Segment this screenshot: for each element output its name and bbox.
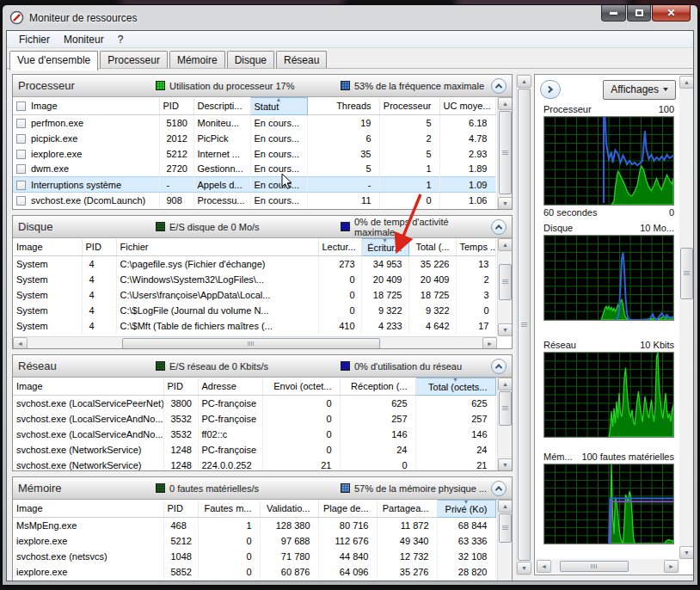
column-header[interactable]: Adresse (198, 378, 262, 396)
cell[interactable]: - (307, 177, 379, 193)
cell[interactable]: 625 (340, 396, 415, 411)
scroll-down-icon[interactable]: ▼ (517, 562, 531, 575)
cell[interactable]: 2 (456, 272, 495, 287)
column-header[interactable]: Privé (Ko)▼ (437, 501, 495, 518)
cell[interactable]: svchost.exe (LocalServiceAndNo... (13, 427, 163, 442)
column-header[interactable]: Total (octets...▼ (415, 378, 495, 396)
cell[interactable]: 18 725 (361, 287, 408, 303)
scroll-down-icon[interactable]: ▼ (498, 197, 513, 210)
row-checkbox[interactable] (16, 181, 26, 190)
cell[interactable]: 5 (379, 146, 439, 162)
memory-table-scrollbar[interactable]: ▲ ▼ (497, 500, 512, 581)
table-row[interactable]: picpick.exe2012PicPickEn cours...624.78 (13, 131, 495, 146)
views-button[interactable]: Affichages (603, 80, 676, 100)
tab-vue-d-ensemble[interactable]: Vue d'ensemble (9, 51, 98, 71)
cell[interactable]: iexplore.exe (13, 533, 163, 549)
table-row[interactable]: svchost.exe (DcomLaunch)908Processu...En… (13, 193, 495, 208)
cell[interactable]: 0 (340, 458, 415, 472)
table-row[interactable]: svchost.exe (LocalServicePeerNet)3800PC-… (13, 396, 495, 411)
cell[interactable]: PicPick (193, 131, 250, 146)
cell[interactable]: PC-françoise (198, 442, 262, 458)
cell[interactable]: 4 (82, 303, 116, 318)
table-row[interactable]: svchost.exe (netsvcs)1048071 78044 84012… (13, 549, 495, 564)
cell[interactable]: svchost.exe (NetworkService) (13, 458, 163, 472)
cell[interactable]: 49 340 (377, 533, 437, 549)
column-header[interactable]: Lectur... (318, 239, 361, 256)
cell[interactable]: 625 (415, 396, 495, 411)
memory-section-header[interactable]: Mémoire 0 fautes matérielles/s 57% de la… (13, 477, 512, 500)
cell[interactable]: 0 (262, 396, 340, 411)
cell[interactable]: 21 (415, 458, 495, 472)
tab-m-moire[interactable]: Mémoire (169, 51, 225, 70)
menu-item-fichier[interactable]: Fichier (12, 32, 57, 47)
cell[interactable]: 128 380 (260, 518, 318, 533)
title-bar[interactable]: Moniteur de ressources ✕ (3, 5, 697, 30)
cell[interactable]: 1 (379, 162, 439, 177)
cell[interactable]: Moniteu... (193, 115, 250, 131)
cell[interactable]: 1.89 (439, 162, 495, 177)
cell[interactable]: 468 (163, 518, 198, 533)
cell[interactable]: En cours... (250, 146, 307, 162)
cell[interactable]: 2012 (159, 131, 193, 146)
cell[interactable]: 0 (198, 533, 260, 549)
cell[interactable]: 257 (340, 411, 415, 427)
menu-item-[interactable]: ? (111, 32, 131, 47)
cell[interactable]: 224.0.0.252 (198, 458, 262, 472)
tab-processeur[interactable]: Processeur (100, 51, 168, 70)
scroll-up-icon[interactable]: ▲ (517, 75, 531, 88)
menu-item-moniteur[interactable]: Moniteur (57, 32, 111, 47)
column-header[interactable]: Image (13, 239, 82, 256)
cell[interactable]: 112 676 (318, 533, 377, 549)
cell[interactable]: 0 (262, 411, 340, 427)
table-row[interactable]: svchost.exe (LocalServiceAndNo...3532ff0… (13, 427, 495, 442)
cell[interactable]: 273 (318, 256, 361, 272)
cell[interactable]: 2 (379, 131, 439, 146)
cpu-section-header[interactable]: Processeur Utilisation du processeur 17%… (13, 75, 512, 97)
cell[interactable]: 64 096 (318, 564, 377, 580)
network-section-header[interactable]: Réseau E/S réseau de 0 Kbits/s 0% d'util… (13, 355, 512, 378)
cell[interactable]: Processu... (193, 193, 250, 208)
column-header[interactable]: Image (13, 501, 163, 518)
cell[interactable]: - (159, 177, 193, 193)
cell[interactable]: 1.06 (439, 193, 495, 208)
cell[interactable]: 21 (262, 458, 340, 472)
cell[interactable]: 35 226 (408, 256, 456, 272)
cell[interactable]: 9 322 (361, 303, 408, 318)
scrollbar-thumb[interactable] (499, 513, 512, 543)
header-checkbox[interactable] (16, 101, 26, 111)
cell[interactable]: 0 (198, 549, 260, 564)
cpu-table-scrollbar[interactable]: ▲ ▼ (497, 97, 512, 210)
cell[interactable]: 1248 (163, 442, 198, 458)
cell[interactable]: System (13, 303, 82, 318)
cell[interactable]: 17 (456, 318, 495, 334)
cell[interactable]: 0 (318, 303, 361, 318)
scrollbar-thumb[interactable] (499, 264, 512, 300)
cell[interactable]: perfmon.exe (13, 115, 159, 131)
cell[interactable]: 71 780 (260, 549, 318, 564)
scroll-right-icon[interactable]: ► (482, 337, 497, 349)
cell[interactable]: 24 (415, 442, 495, 458)
cell[interactable]: iexplore.exe (13, 564, 163, 580)
cell[interactable]: 410 (318, 318, 361, 334)
scroll-down-icon[interactable]: ▼ (498, 458, 513, 471)
network-table-scrollbar[interactable]: ▲ ▼ (497, 378, 512, 471)
column-header[interactable]: Statut▲ (250, 98, 307, 115)
table-row[interactable]: System4C:\pagefile.sys (Fichier d'échang… (13, 256, 495, 272)
cell[interactable]: En cours... (250, 115, 307, 131)
cell[interactable]: 35 (307, 146, 379, 162)
cell[interactable]: 4 233 (361, 318, 408, 334)
cell[interactable]: 68 844 (437, 518, 495, 533)
table-row[interactable]: System4C:\$Mft (Table de fichiers maître… (13, 318, 495, 334)
scroll-up-icon[interactable]: ▲ (498, 238, 513, 251)
cell[interactable]: 24 (340, 442, 415, 458)
expand-panel-button[interactable] (540, 80, 561, 99)
close-button[interactable]: ✕ (652, 5, 691, 22)
cell[interactable]: 4 (82, 256, 116, 272)
column-header[interactable]: PID (163, 378, 198, 396)
cell[interactable]: 146 (340, 427, 415, 442)
row-checkbox[interactable] (16, 134, 26, 144)
cell[interactable]: 18 725 (408, 287, 456, 303)
cell[interactable]: 20 409 (361, 272, 408, 287)
cpu-collapse-button[interactable] (491, 78, 507, 94)
cell[interactable]: 146 (415, 427, 495, 442)
